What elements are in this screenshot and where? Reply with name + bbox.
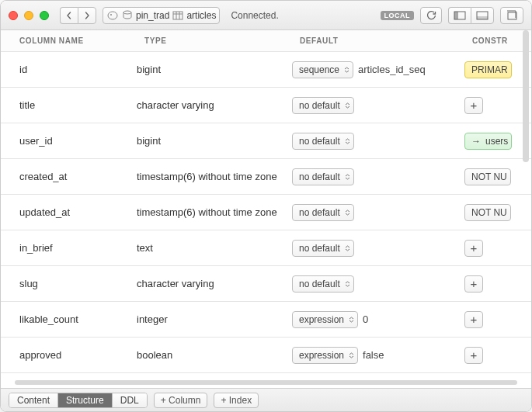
add-column-button[interactable]: + Column	[154, 393, 208, 408]
arrow-right-icon: →	[471, 136, 481, 147]
window: pin_trad articles Connected. LOCAL COLUM…	[0, 0, 532, 412]
header-column-name[interactable]: COLUMN NAME	[1, 36, 137, 45]
forward-button[interactable]	[78, 7, 96, 24]
table-row[interactable]: in_brieftextno default+	[1, 230, 531, 266]
tab-ddl[interactable]: DDL	[113, 393, 147, 407]
foreign-key-badge[interactable]: →users	[464, 133, 512, 150]
table-row[interactable]: titlecharacter varyingno default+	[1, 88, 531, 123]
column-type-cell[interactable]: bigint	[137, 64, 292, 75]
table-row[interactable]: likable_countintegerexpression0+	[1, 302, 531, 338]
column-name-cell[interactable]: likable_count	[1, 313, 137, 325]
bottom-bar: ContentStructureDDL + Column + Index	[1, 388, 531, 411]
maximize-icon[interactable]	[40, 11, 49, 20]
table-row[interactable]: user_idbigintno default→users	[1, 123, 531, 159]
table-row[interactable]: updated_attimestamp(6) without time zone…	[1, 195, 531, 230]
column-type-cell[interactable]: text	[137, 242, 292, 254]
default-kind-selector[interactable]: no default	[292, 97, 354, 114]
not-null-badge[interactable]: NOT NU	[464, 168, 511, 185]
column-name-cell[interactable]: slug	[1, 278, 137, 289]
column-default-cell: sequencearticles_id_seq	[292, 61, 464, 78]
default-kind-selector[interactable]: expression	[292, 347, 358, 364]
table-row[interactable]: created_attimestamp(6) without time zone…	[1, 159, 531, 195]
column-name-cell[interactable]: user_id	[1, 135, 137, 147]
default-kind-selector[interactable]: no default	[292, 275, 354, 293]
column-type-cell[interactable]: character varying	[137, 278, 292, 289]
column-name-cell[interactable]: title	[1, 99, 137, 111]
table-row[interactable]: slugcharacter varyingno default+	[1, 266, 531, 302]
add-constraint-button[interactable]: +	[464, 275, 483, 293]
table-icon	[172, 11, 183, 20]
header-constraints[interactable]: CONSTR	[464, 36, 531, 45]
column-type-cell[interactable]: integer	[137, 313, 292, 325]
column-constraint-cell: +	[464, 97, 531, 114]
rows-container: idbigintsequencearticles_id_seqPRIMARtit…	[1, 52, 531, 380]
column-constraint-cell: +	[464, 347, 531, 364]
refresh-button[interactable]	[420, 7, 442, 24]
header-default[interactable]: DEFAULT	[292, 36, 464, 45]
default-kind-selector[interactable]: no default	[292, 240, 354, 257]
default-kind-selector[interactable]: sequence	[292, 61, 353, 78]
local-badge: LOCAL	[381, 11, 415, 20]
table-row[interactable]: approvedbooleanexpressionfalse+	[1, 338, 531, 373]
column-default-cell: expressionfalse	[292, 347, 464, 364]
add-index-button[interactable]: + Index	[214, 393, 259, 408]
column-name-cell[interactable]: id	[1, 64, 137, 75]
primary-key-badge[interactable]: PRIMAR	[464, 61, 512, 78]
column-constraint-cell: NOT NU	[464, 204, 531, 221]
not-null-badge[interactable]: NOT NU	[464, 204, 511, 221]
svg-point-0	[108, 12, 117, 19]
panel-left-icon	[454, 11, 466, 20]
default-value[interactable]: false	[363, 349, 384, 361]
database-icon	[122, 10, 133, 21]
column-name-cell[interactable]: approved	[1, 349, 137, 361]
column-default-cell: no default	[292, 133, 464, 150]
breadcrumb[interactable]: pin_trad articles	[103, 7, 220, 24]
column-name-cell[interactable]: updated_at	[1, 206, 137, 218]
column-type-cell[interactable]: boolean	[137, 349, 292, 361]
back-button[interactable]	[60, 7, 78, 24]
column-default-cell: no default	[292, 97, 464, 114]
column-default-cell: expression0	[292, 311, 464, 328]
default-kind-selector[interactable]: expression	[292, 311, 358, 328]
horizontal-scrollbar[interactable]	[15, 380, 517, 386]
column-constraint-cell: +	[464, 311, 531, 328]
column-constraint-cell: +	[464, 240, 531, 257]
sidebar-left-button[interactable]	[448, 7, 471, 24]
windows-icon	[506, 10, 518, 20]
column-constraint-cell: NOT NU	[464, 168, 531, 185]
history-nav	[60, 7, 96, 24]
vertical-scrollbar[interactable]	[523, 30, 529, 162]
traffic-lights	[9, 11, 49, 20]
column-type-cell[interactable]: timestamp(6) without time zone	[137, 171, 292, 182]
add-constraint-button[interactable]: +	[464, 311, 483, 328]
column-name-cell[interactable]: in_brief	[1, 242, 137, 254]
tab-content[interactable]: Content	[9, 393, 58, 407]
svg-rect-3	[173, 12, 183, 19]
column-default-cell: no default	[292, 240, 464, 257]
column-type-cell[interactable]: timestamp(6) without time zone	[137, 206, 292, 218]
column-type-cell[interactable]: bigint	[137, 135, 292, 147]
close-icon[interactable]	[9, 11, 18, 20]
new-window-button[interactable]	[500, 7, 523, 24]
default-value[interactable]: 0	[363, 313, 368, 325]
default-kind-selector[interactable]: no default	[292, 204, 354, 221]
column-name-cell[interactable]: created_at	[1, 171, 137, 182]
default-kind-selector[interactable]: no default	[292, 133, 354, 150]
add-constraint-button[interactable]: +	[464, 97, 483, 114]
column-type-cell[interactable]: character varying	[137, 99, 292, 111]
table-row[interactable]: idbigintsequencearticles_id_seqPRIMAR	[1, 52, 531, 88]
tab-structure[interactable]: Structure	[58, 393, 113, 407]
sidebar-bottom-button[interactable]	[471, 7, 494, 24]
add-constraint-button[interactable]: +	[464, 240, 483, 257]
add-constraint-button[interactable]: +	[464, 347, 483, 364]
svg-point-1	[110, 14, 112, 16]
column-default-cell: no default	[292, 168, 464, 185]
default-kind-selector[interactable]: no default	[292, 168, 354, 185]
minimize-icon[interactable]	[24, 11, 33, 20]
svg-rect-11	[508, 12, 516, 19]
header-type[interactable]: TYPE	[137, 36, 292, 45]
default-value[interactable]: articles_id_seq	[358, 64, 426, 75]
connection-status: Connected.	[231, 10, 278, 21]
breadcrumb-table: articles	[186, 10, 216, 21]
column-default-cell: no default	[292, 204, 464, 221]
